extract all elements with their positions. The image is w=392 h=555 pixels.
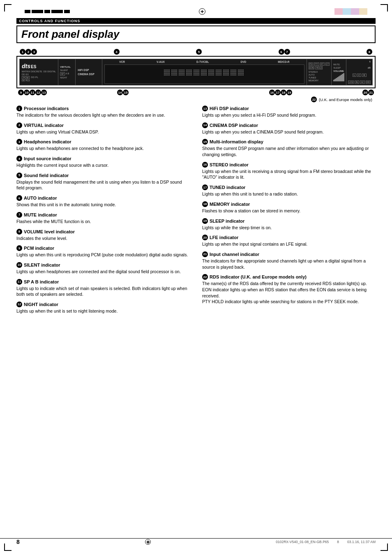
svg-rect-98: [197, 74, 198, 76]
desc-title-13: 13 HiFi DSP indicator: [202, 106, 376, 111]
svg-rect-195: [231, 74, 231, 76]
desc-num-20: 20: [202, 235, 208, 240]
svg-rect-203: [242, 69, 242, 71]
desc-text-19: Lights up while the sleep timer is on.: [202, 225, 376, 231]
volume-bars: [333, 73, 344, 81]
svg-rect-122: [211, 69, 212, 71]
svg-rect-97: [196, 74, 197, 76]
svg-rect-213: [242, 73, 242, 74]
svg-rect-207: [240, 71, 241, 72]
r-ind: R: [362, 74, 366, 77]
svg-rect-52: [181, 73, 182, 74]
svg-rect-17: [166, 74, 167, 76]
color-bar-purple: [351, 8, 359, 15]
source-section: VCR V-AUX D-TV/CBL DVD MD/CD-R: [102, 59, 307, 85]
svg-rect-193: [234, 73, 235, 74]
desc-item-6: 6 AUTO indicator Shows that this unit is…: [16, 195, 190, 208]
desc-title-6: 6 AUTO indicator: [16, 195, 190, 201]
display-inner: dts ES MATRIX DISCRETE DD DIGITAL DD EX …: [19, 59, 373, 85]
desc-text-5: Displays the sound field management the …: [16, 179, 190, 191]
desc-title-8: 8 VOLUME level indicator: [16, 229, 190, 235]
svg-rect-10: [164, 73, 165, 74]
processor-section: dts ES MATRIX DISCRETE DD DIGITAL DD EX …: [20, 59, 58, 85]
svg-rect-149: [221, 71, 221, 72]
indicator-num-7: 7: [284, 49, 290, 55]
desc-item-10: 10 SILENT indicator Lights up when headp…: [16, 262, 190, 275]
svg-rect-182: [233, 69, 234, 71]
display-diagram: 1 2 3 4 5 6 7 8: [16, 49, 376, 102]
svg-rect-185: [231, 71, 231, 72]
memory-ind: MEMORY: [309, 79, 330, 82]
dts-logo: dts ES: [22, 63, 56, 69]
desc-text-22: The name(s) of the RDS data offered by t…: [202, 281, 376, 305]
desc-text-2: Lights up when using Virtual CINEMA DSP.: [16, 129, 190, 135]
svg-rect-80: [194, 69, 194, 71]
indicator-num-21: 21: [368, 90, 374, 95]
ft-label: ft: [348, 60, 371, 63]
svg-rect-123: [212, 69, 213, 71]
svg-rect-211: [239, 73, 240, 74]
color-bars: [334, 8, 367, 15]
svg-rect-159: [221, 74, 221, 76]
desc-label-11: SP A B indicator: [24, 279, 59, 284]
svg-rect-63: [190, 69, 191, 71]
desc-item-16: 16 STEREO indicator Lights up when the u…: [202, 162, 376, 180]
svg-rect-51: [180, 73, 181, 74]
svg-rect-107: [203, 71, 204, 72]
svg-rect-68: [190, 71, 191, 72]
svg-rect-187: [233, 71, 234, 72]
svg-rect-117: [203, 74, 204, 76]
night-ind-disp: NIGHT: [60, 76, 74, 79]
desc-label-10: SILENT indicator: [24, 263, 60, 267]
svg-rect-69: [191, 71, 192, 72]
desc-title-7: 7 MUTE indicator: [16, 212, 190, 218]
mute-ind: MUTE: [333, 63, 344, 66]
svg-rect-53: [182, 73, 183, 74]
svg-rect-93: [197, 73, 198, 74]
dd-plii-row: DD PLII: [22, 79, 56, 82]
desc-text-14: Lights up when you select a CINEMA DSP s…: [202, 129, 376, 135]
svg-rect-79: [191, 74, 192, 76]
dot-matrix-display: [104, 64, 304, 84]
svg-rect-30: [171, 73, 172, 74]
indicator-num-3: 3: [31, 49, 37, 55]
svg-rect-82: [196, 69, 197, 71]
svg-rect-94: [198, 73, 199, 74]
ct-ind: CT: [325, 62, 330, 66]
desc-item-14: 14 CINEMA DSP indicator Lights up when y…: [202, 122, 376, 135]
svg-rect-103: [205, 69, 205, 71]
indicator-num-5: 5: [196, 49, 202, 55]
svg-rect-24: [176, 69, 177, 71]
indicator-num-15: 15: [123, 90, 129, 95]
indicator-num-2: 2: [25, 49, 31, 55]
desc-label-3: Headphones indicator: [24, 139, 71, 144]
dd-plii-ind: DD PLII: [22, 79, 30, 82]
desc-item-13: 13 HiFi DSP indicator Lights up when you…: [202, 106, 376, 118]
svg-rect-181: [232, 69, 233, 71]
mute-section: MUTE SLEEP VOLUME: [332, 59, 346, 85]
svg-rect-11: [165, 73, 166, 74]
svg-rect-62: [189, 69, 189, 71]
svg-rect-95: [194, 74, 194, 76]
desc-title-5: 5 Sound field indicator: [16, 173, 190, 178]
desc-title-9: 9 PCM indicator: [16, 245, 190, 251]
lfe-ind: LFE: [348, 81, 354, 84]
svg-rect-90: [194, 73, 194, 74]
desc-text-21: The indicators for the appropriate sound…: [202, 258, 376, 270]
svg-rect-50: [179, 73, 180, 74]
svg-rect-174: [228, 73, 229, 74]
svg-rect-61: [187, 69, 188, 71]
svg-rect-129: [213, 71, 214, 72]
svg-rect-197: [233, 74, 234, 76]
svg-rect-86: [195, 71, 196, 72]
sp-lcr-row: L C R: [348, 74, 371, 77]
desc-label-8: VOLUME level indicator: [24, 229, 75, 234]
desc-label-14: CINEMA DSP indicator: [210, 123, 258, 128]
svg-rect-49: [184, 71, 184, 72]
ps-ind: PS: [309, 62, 313, 66]
svg-rect-57: [181, 74, 182, 76]
svg-rect-89: [198, 71, 199, 72]
cinema-dsp-ind: CINEMA DSP: [78, 73, 100, 76]
svg-rect-109: [206, 71, 207, 72]
desc-text-10: Lights up when headphones are connected …: [16, 269, 190, 275]
